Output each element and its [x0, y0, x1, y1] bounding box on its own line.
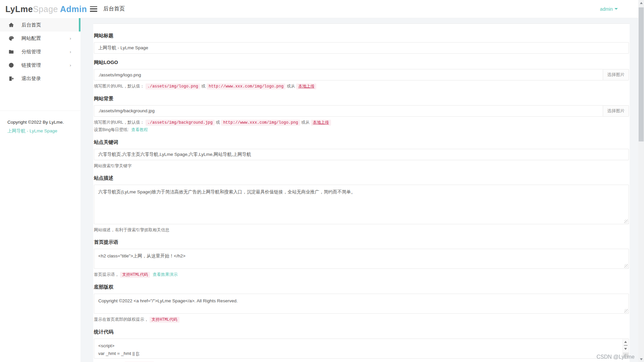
main-content: 网站标题 网站LOGO 选择图片 填写图片的URL，默认值： ./assets/…: [80, 18, 638, 362]
scroll-thumb[interactable]: [624, 345, 628, 346]
field-footer-copyright: 底部版权 Copyright ©2022 <a href="/">LyLme S…: [94, 284, 629, 323]
footer-copyright-help: 显示在首页底部的版权提示， 支持HTML代码: [94, 316, 629, 323]
code-url-logo: http://www.xxx.com/img/logo.png: [207, 83, 285, 89]
site-title-label: 网站标题: [94, 33, 629, 39]
bing-tutorial-link[interactable]: 查看教程: [131, 127, 148, 132]
scrollbar-thumb[interactable]: [639, 7, 644, 141]
field-site-logo: 网站LOGO 选择图片 填写图片的URL，默认值： ./assets/img/l…: [94, 59, 629, 90]
sidebar-item-logout[interactable]: 退出登录: [0, 72, 80, 85]
folder-icon: [8, 49, 14, 55]
sidebar-item-label: 分组管理: [21, 49, 41, 55]
keywords-input[interactable]: [94, 149, 629, 160]
resize-grip-icon[interactable]: [624, 309, 628, 313]
sidebar-item-site-config[interactable]: 网站配置 ›: [0, 32, 80, 45]
stats-code-label: 统计代码: [94, 329, 629, 335]
chevron-right-icon: ›: [70, 63, 71, 68]
description-help: 网站描述，有利于搜索引擎抓取相关信息: [94, 227, 629, 233]
scroll-down-icon[interactable]: [624, 348, 627, 350]
user-menu[interactable]: admin: [600, 6, 618, 12]
field-description: 站点描述 六零导航页(LyLme Spage)致力于简洁高效无广告的上网导航和搜…: [94, 175, 629, 233]
field-site-title: 网站标题: [94, 33, 629, 54]
site-bg-help: 填写图片的URL，默认值： ./assets/img/background.jp…: [94, 119, 629, 126]
resize-grip-icon[interactable]: [624, 220, 628, 224]
header-main: 后台首页 admin: [80, 0, 644, 18]
site-bg-label: 网站背景: [94, 96, 629, 102]
local-upload-link[interactable]: 本地上传: [296, 83, 316, 89]
description-textarea[interactable]: 六零导航页(LyLme Spage)致力于简洁高效无广告的上网导航和搜索入口，沉…: [94, 185, 629, 224]
html-supported-badge: 支持HTML代码: [120, 272, 150, 278]
hamburger-menu-icon[interactable]: [90, 6, 97, 12]
top-bar: LyLme Spage Admin 后台首页 admin: [0, 0, 644, 18]
chevron-right-icon: ›: [70, 49, 71, 54]
description-label: 站点描述: [94, 175, 629, 181]
home-tip-help: 首页提示语， 支持HTML代码 查看效果演示: [94, 272, 629, 278]
sidebar-site-link[interactable]: 上网导航 - LyLme Spage: [0, 125, 80, 134]
app-logo: LyLme Spage Admin: [0, 0, 80, 18]
code-default-logo: ./assets/img/logo.png: [146, 83, 200, 89]
keywords-label: 站点关键词: [94, 139, 629, 145]
sidebar-item-group-manage[interactable]: 分组管理 ›: [0, 45, 80, 58]
site-logo-label: 网站LOGO: [94, 59, 629, 66]
code-url-bg: http://www.xxx.com/img/logo.png: [221, 120, 300, 126]
choose-image-button[interactable]: 选择图片: [603, 69, 629, 80]
page-title: 后台首页: [103, 5, 125, 12]
logo-part-lylme: LyLme: [5, 4, 33, 14]
csdn-watermark: CSDN @LyLme: [597, 354, 635, 360]
scrollbar-up-icon[interactable]: [638, 0, 644, 6]
sidebar-item-label: 后台首页: [21, 22, 41, 28]
chevron-right-icon: ›: [70, 36, 71, 41]
code-default-bg: ./assets/img/background.jpg: [146, 120, 215, 126]
chevron-down-icon: [614, 8, 618, 10]
globe-icon: [8, 62, 14, 68]
logout-icon: [8, 75, 14, 81]
footer-copyright-textarea[interactable]: Copyright ©2022 <a href="/">LyLme Spage<…: [94, 294, 629, 314]
bing-wallpaper-help: 设置Bing每日壁纸: 查看教程: [94, 127, 629, 133]
resize-grip-icon[interactable]: [624, 264, 628, 268]
sidebar-item-dashboard[interactable]: 后台首页: [0, 18, 80, 32]
site-bg-input[interactable]: [94, 105, 603, 117]
field-stats-code: 统计代码 <script> var _hmt = _hmt || []; 网站统…: [94, 329, 629, 362]
palette-icon: [8, 35, 14, 41]
sidebar-item-label: 退出登录: [21, 75, 41, 82]
scrollbar-down-icon[interactable]: [638, 356, 644, 362]
home-tip-label: 首页提示语: [94, 239, 629, 245]
keywords-help: 网站搜索引擎关键字: [94, 163, 629, 169]
sidebar-item-link-manage[interactable]: 链接管理 ›: [0, 58, 80, 72]
sidebar-item-label: 链接管理: [21, 62, 41, 68]
local-upload-link[interactable]: 本地上传: [311, 120, 331, 126]
site-logo-help: 填写图片的URL，默认值： ./assets/img/logo.png 或 ht…: [94, 83, 629, 90]
user-name: admin: [600, 6, 613, 12]
sidebar-copyright: Copyright ©2022 By LyLme.: [0, 111, 80, 125]
site-title-input[interactable]: [94, 42, 629, 54]
logo-part-spage: Spage: [33, 4, 58, 14]
choose-image-button[interactable]: 选择图片: [603, 105, 629, 117]
site-logo-input[interactable]: [94, 69, 603, 80]
page-scrollbar[interactable]: [638, 0, 644, 362]
settings-form-card: 网站标题 网站LOGO 选择图片 填写图片的URL，默认值： ./assets/…: [93, 23, 630, 362]
sidebar: 后台首页 网站配置 › 分组管理 › 链接管理 › 退出登录 Copyright…: [0, 18, 80, 362]
html-supported-badge: 支持HTML代码: [150, 317, 179, 323]
stats-code-textarea[interactable]: <script> var _hmt = _hmt || [];: [94, 339, 629, 359]
footer-copyright-label: 底部版权: [94, 284, 629, 290]
home-tip-textarea[interactable]: <h2 class="title">上网，从这里开始！</h2>: [94, 249, 629, 269]
field-home-tip: 首页提示语 <h2 class="title">上网，从这里开始！</h2> 首…: [94, 239, 629, 278]
demo-link[interactable]: 查看效果演示: [153, 272, 178, 277]
home-icon: [8, 22, 14, 28]
sidebar-item-label: 网站配置: [21, 35, 41, 42]
field-keywords: 站点关键词 网站搜索引擎关键字: [94, 139, 629, 169]
scroll-up-icon[interactable]: [624, 341, 627, 343]
field-site-background: 网站背景 选择图片 填写图片的URL，默认值： ./assets/img/bac…: [94, 96, 629, 133]
